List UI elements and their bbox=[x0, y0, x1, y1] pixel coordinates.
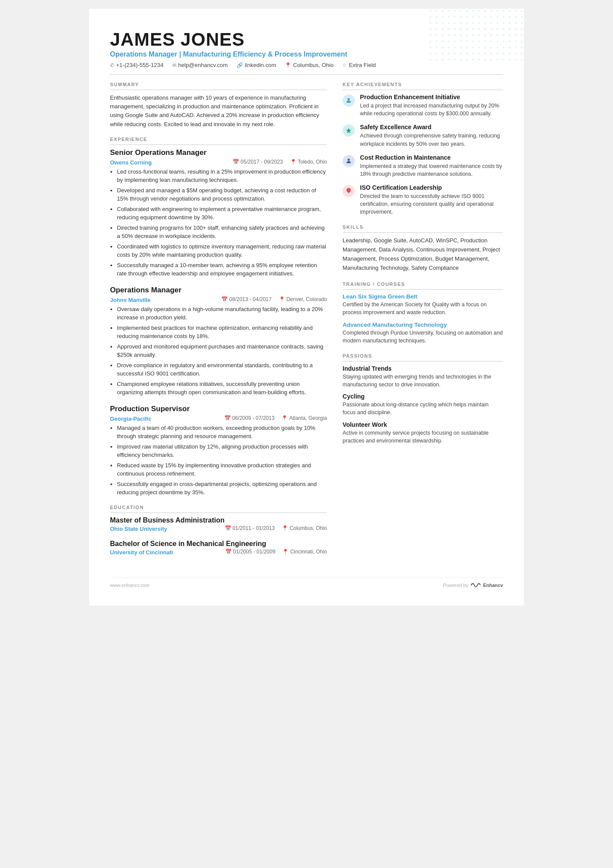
achievement-1-icon bbox=[343, 94, 355, 107]
job-2-bullets: Oversaw daily operations in a high-volum… bbox=[110, 305, 327, 397]
achievement-2-title: Safety Excellence Award bbox=[360, 124, 503, 131]
list-item: Collaborated with engineering to impleme… bbox=[117, 205, 327, 222]
achievement-4-content: ISO Certification Leadership Directed th… bbox=[360, 184, 503, 216]
location-pin-icon: 📍 bbox=[282, 549, 289, 555]
passion-1: Industrial Trends Staying updated with e… bbox=[343, 365, 503, 389]
achievement-3-title: Cost Reduction in Maintenance bbox=[360, 154, 503, 161]
resume-container: JAMES JONES Operations Manager | Manufac… bbox=[89, 9, 524, 606]
job-1-title: Senior Operations Manager bbox=[110, 148, 327, 157]
list-item: Led cross-functional teams, resulting in… bbox=[117, 168, 327, 184]
job-2-company: Johns Manville bbox=[110, 297, 150, 303]
achievement-4: ISO Certification Leadership Directed th… bbox=[343, 184, 503, 216]
left-column: SUMMARY Enthusiastic operations manager … bbox=[110, 82, 327, 563]
skills-divider bbox=[343, 232, 503, 233]
header-divider bbox=[110, 74, 503, 75]
achievement-4-desc: Directed the team to successfully achiev… bbox=[360, 192, 503, 216]
passion-3: Volunteer Work Active in community servi… bbox=[343, 421, 503, 445]
edu-1-meta: 📅 01/2011 - 01/2013 📍 Columbus, Ohio bbox=[225, 525, 327, 531]
job-1-company: Owens Corning bbox=[110, 159, 152, 166]
svg-marker-3 bbox=[346, 128, 351, 133]
job-1-location: 📍 Toledo, Ohio bbox=[290, 159, 327, 165]
training-1-title: Lean Six Sigma Green Belt bbox=[343, 293, 503, 300]
edu-2-school: University of Cincinnati bbox=[110, 549, 173, 556]
achievement-2-icon bbox=[343, 124, 355, 137]
achievement-1-content: Production Enhancement Initiative Led a … bbox=[360, 94, 503, 117]
job-3-bullets: Managed a team of 40 production workers,… bbox=[110, 424, 327, 497]
experience-label: EXPERIENCE bbox=[110, 137, 327, 142]
edu-2-meta: 📅 01/2005 - 01/2009 📍 Cincinnati, Ohio bbox=[225, 549, 327, 555]
phone-icon: ✆ bbox=[110, 62, 114, 68]
passions-section: PASSIONS Industrial Trends Staying updat… bbox=[343, 353, 503, 445]
job-1-bullets: Led cross-functional teams, resulting in… bbox=[110, 168, 327, 278]
training-section: TRAINING / COURSES Lean Six Sigma Green … bbox=[343, 282, 503, 345]
job-3-company: Georgia-Pacific bbox=[110, 416, 151, 422]
passions-divider bbox=[343, 361, 503, 362]
contact-email: ✉ help@enhancv.com bbox=[172, 62, 228, 68]
calendar-icon: 📅 bbox=[225, 549, 232, 555]
achievement-4-icon bbox=[343, 185, 355, 197]
calendar-icon: 📅 bbox=[221, 296, 228, 302]
candidate-title: Operations Manager | Manufacturing Effic… bbox=[110, 50, 503, 58]
passion-3-title: Volunteer Work bbox=[343, 421, 503, 428]
passion-2-title: Cycling bbox=[343, 393, 503, 400]
contact-linkedin: 🔗 linkedin.com bbox=[237, 62, 276, 68]
education-divider bbox=[110, 513, 327, 513]
achievements-divider bbox=[343, 90, 503, 90]
candidate-name: JAMES JONES bbox=[110, 30, 503, 50]
link-icon: 🔗 bbox=[237, 62, 243, 68]
summary-section: SUMMARY Enthusiastic operations manager … bbox=[110, 82, 327, 129]
calendar-icon: 📅 bbox=[233, 159, 239, 165]
edu-2: Bachelor of Science in Mechanical Engine… bbox=[110, 540, 327, 557]
contact-location: 📍 Columbus, Ohio bbox=[285, 62, 333, 68]
job-2-title: Operations Manager bbox=[110, 286, 327, 295]
achievement-1-desc: Led a project that increased manufacturi… bbox=[360, 102, 503, 117]
training-2-title: Advanced Manufacturing Technology bbox=[343, 322, 503, 328]
list-item: Coordinated with logistics to optimize i… bbox=[117, 242, 327, 259]
skills-text: Leadership, Google Suite, AutoCAD, WinSP… bbox=[343, 236, 503, 272]
list-item: Managed a team of 40 production workers,… bbox=[117, 424, 327, 441]
location-pin-icon: 📍 bbox=[279, 296, 285, 302]
edu-1-degree: Master of Business Administration bbox=[110, 516, 327, 524]
achievement-3: Cost Reduction in Maintenance Implemente… bbox=[343, 154, 503, 178]
enhancv-brand-name: Enhancv bbox=[483, 583, 503, 588]
list-item: Championed employee relations initiative… bbox=[117, 380, 327, 397]
achievement-4-title: ISO Certification Leadership bbox=[360, 184, 503, 191]
summary-divider bbox=[110, 90, 327, 90]
training-divider bbox=[343, 289, 503, 290]
achievement-2-content: Safety Excellence Award Achieved through… bbox=[360, 124, 503, 147]
location-pin-icon: 📍 bbox=[282, 525, 288, 531]
footer-website: www.enhancv.com bbox=[110, 583, 150, 588]
skills-label: SKILLS bbox=[343, 225, 503, 230]
education-section: EDUCATION Master of Business Administrat… bbox=[110, 505, 327, 557]
achievement-3-content: Cost Reduction in Maintenance Implemente… bbox=[360, 154, 503, 178]
location-pin-icon: 📍 bbox=[281, 415, 288, 421]
job-2-meta: 📅 08/2013 - 04/2017 📍 Denver, Colorado bbox=[221, 296, 327, 302]
training-label: TRAINING / COURSES bbox=[343, 282, 503, 287]
list-item: Implemented best practices for machine o… bbox=[117, 324, 327, 341]
location-pin-icon: 📍 bbox=[290, 159, 297, 165]
right-column: KEY ACHIEVEMENTS Production Enhancement … bbox=[343, 82, 503, 563]
job-3-meta: 📅 06/2009 - 07/2013 📍 Atlanta, Georgia bbox=[224, 415, 327, 421]
education-label: EDUCATION bbox=[110, 505, 327, 510]
star-icon: ☆ bbox=[342, 62, 347, 68]
training-2: Advanced Manufacturing Technology Comple… bbox=[343, 322, 503, 345]
job-1-meta: 📅 05/2017 - 09/2023 📍 Toledo, Ohio bbox=[233, 159, 327, 165]
job-3: Production Supervisor Georgia-Pacific 📅 … bbox=[110, 405, 327, 497]
list-item: Oversaw daily operations in a high-volum… bbox=[117, 305, 327, 322]
edu-2-degree: Bachelor of Science in Mechanical Engine… bbox=[110, 540, 327, 548]
passion-1-title: Industrial Trends bbox=[343, 365, 503, 372]
experience-section: EXPERIENCE Senior Operations Manager Owe… bbox=[110, 137, 327, 497]
footer: www.enhancv.com Powered by Enhancv bbox=[110, 577, 503, 588]
achievement-2-desc: Achieved through comprehensive safety tr… bbox=[360, 132, 503, 147]
calendar-icon: 📅 bbox=[224, 415, 231, 421]
list-item: Reduced waste by 15% by implementing inn… bbox=[117, 461, 327, 478]
contact-phone: ✆ +1-(234)-555-1234 bbox=[110, 62, 163, 68]
training-1-desc: Certified by the American Society for Qu… bbox=[343, 301, 503, 316]
job-2-location: 📍 Denver, Colorado bbox=[279, 296, 327, 302]
contact-extra: ☆ Extra Field bbox=[342, 62, 376, 68]
calendar-icon: 📅 bbox=[225, 525, 231, 531]
job-3-dates: 📅 06/2009 - 07/2013 bbox=[224, 415, 274, 421]
passions-label: PASSIONS bbox=[343, 353, 503, 359]
skills-section: SKILLS Leadership, Google Suite, AutoCAD… bbox=[343, 225, 503, 272]
email-icon: ✉ bbox=[172, 62, 177, 68]
